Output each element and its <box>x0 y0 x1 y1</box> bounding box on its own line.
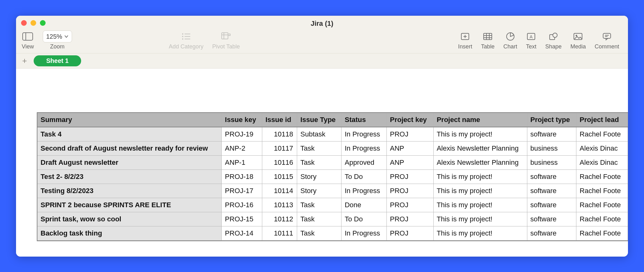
col-project-key[interactable]: Project key <box>386 113 433 127</box>
spreadsheet-canvas[interactable]: Summary Issue key Issue id Issue Type St… <box>16 69 628 257</box>
maximize-window-button[interactable] <box>40 20 46 26</box>
cell-issue-id[interactable]: 10113 <box>262 198 297 212</box>
comment-button[interactable]: Comment <box>595 30 619 50</box>
cell-issue-key[interactable]: PROJ-17 <box>222 184 262 198</box>
cell-status[interactable]: Done <box>341 198 387 212</box>
col-status[interactable]: Status <box>341 113 387 127</box>
cell-summary[interactable]: Task 4 <box>37 127 222 141</box>
cell-issue-type[interactable]: Task <box>297 198 341 212</box>
cell-project-type[interactable]: software <box>527 184 576 198</box>
cell-project-key[interactable]: PROJ <box>386 198 433 212</box>
cell-summary[interactable]: SPRINT 2 because SPRINTS ARE ELITE <box>37 198 222 212</box>
cell-issue-type[interactable]: Task <box>297 141 341 155</box>
table-row[interactable]: Second draft of August newsletter ready … <box>37 141 628 155</box>
cell-project-type[interactable]: business <box>527 141 576 155</box>
table-row[interactable]: Task 4PROJ-1910118SubtaskIn ProgressPROJ… <box>37 127 628 141</box>
cell-project-key[interactable]: PROJ <box>386 226 433 240</box>
cell-summary[interactable]: Draft August newsletter <box>37 155 222 169</box>
cell-issue-key[interactable]: PROJ-19 <box>222 127 262 141</box>
col-project-lead[interactable]: Project lead <box>576 113 628 127</box>
table-row[interactable]: Sprint task, wow so coolPROJ-1510112Task… <box>37 212 628 226</box>
col-summary[interactable]: Summary <box>37 113 222 127</box>
cell-project-name[interactable]: This is my project! <box>433 127 527 141</box>
text-button[interactable]: A Text <box>526 30 536 50</box>
table-row[interactable]: Test 2- 8/2/23PROJ-1810115StoryTo DoPROJ… <box>37 169 628 184</box>
view-button[interactable]: View <box>22 30 34 50</box>
col-issue-type[interactable]: Issue Type <box>297 113 341 127</box>
cell-issue-type[interactable]: Story <box>297 184 341 198</box>
cell-summary[interactable]: Test 2- 8/2/23 <box>37 169 222 184</box>
cell-project-key[interactable]: ANP <box>386 155 433 169</box>
cell-issue-id[interactable]: 10114 <box>262 184 297 198</box>
zoom-control[interactable]: 125% Zoom <box>43 30 72 50</box>
sheet-tab-active[interactable]: Sheet 1 <box>34 55 81 66</box>
col-project-type[interactable]: Project type <box>527 113 576 127</box>
cell-status[interactable]: To Do <box>341 169 387 184</box>
cell-issue-type[interactable]: Task <box>297 226 341 240</box>
cell-project-lead[interactable]: Rachel Foote <box>576 226 628 240</box>
close-window-button[interactable] <box>21 20 27 26</box>
cell-status[interactable]: To Do <box>341 212 387 226</box>
cell-project-name[interactable]: Alexis Newsletter Planning <box>433 155 527 169</box>
cell-project-key[interactable]: PROJ <box>386 127 433 141</box>
col-issue-key[interactable]: Issue key <box>222 113 262 127</box>
cell-issue-key[interactable]: PROJ-15 <box>222 212 262 226</box>
cell-project-lead[interactable]: Alexis Dinac <box>576 141 628 155</box>
cell-project-name[interactable]: This is my project! <box>433 226 527 240</box>
table-row[interactable]: Draft August newsletterANP-110116TaskApp… <box>37 155 628 169</box>
cell-issue-id[interactable]: 10115 <box>262 169 297 184</box>
cell-project-name[interactable]: This is my project! <box>433 212 527 226</box>
table-row[interactable]: SPRINT 2 because SPRINTS ARE ELITEPROJ-1… <box>37 198 628 212</box>
cell-project-type[interactable]: software <box>527 212 576 226</box>
cell-project-key[interactable]: PROJ <box>386 169 433 184</box>
cell-project-lead[interactable]: Alexis Dinac <box>576 155 628 169</box>
shape-button[interactable]: Shape <box>545 30 562 50</box>
cell-project-name[interactable]: Alexis Newsletter Planning <box>433 141 527 155</box>
table-row[interactable]: Backlog task thingPROJ-1410111TaskIn Pro… <box>37 226 628 240</box>
cell-status[interactable]: In Progress <box>341 184 387 198</box>
cell-project-key[interactable]: PROJ <box>386 212 433 226</box>
chart-button[interactable]: Chart <box>503 30 517 50</box>
cell-issue-id[interactable]: 10111 <box>262 226 297 240</box>
cell-issue-type[interactable]: Story <box>297 169 341 184</box>
cell-issue-key[interactable]: PROJ-14 <box>222 226 262 240</box>
cell-issue-type[interactable]: Task <box>297 155 341 169</box>
cell-project-lead[interactable]: Rachel Foote <box>576 184 628 198</box>
cell-status[interactable]: In Progress <box>341 127 387 141</box>
cell-project-lead[interactable]: Rachel Foote <box>576 198 628 212</box>
data-table[interactable]: Summary Issue key Issue id Issue Type St… <box>37 113 628 241</box>
cell-summary[interactable]: Backlog task thing <box>37 226 222 240</box>
cell-issue-key[interactable]: ANP-1 <box>222 155 262 169</box>
cell-project-name[interactable]: This is my project! <box>433 198 527 212</box>
cell-issue-type[interactable]: Task <box>297 212 341 226</box>
cell-issue-id[interactable]: 10117 <box>262 141 297 155</box>
add-sheet-button[interactable]: + <box>20 56 29 66</box>
cell-project-lead[interactable]: Rachel Foote <box>576 127 628 141</box>
cell-project-type[interactable]: software <box>527 127 576 141</box>
cell-issue-key[interactable]: ANP-2 <box>222 141 262 155</box>
zoom-dropdown[interactable]: 125% <box>43 31 72 42</box>
cell-project-lead[interactable]: Rachel Foote <box>576 169 628 184</box>
cell-issue-type[interactable]: Subtask <box>297 127 341 141</box>
table-button[interactable]: Table <box>481 30 495 50</box>
minimize-window-button[interactable] <box>31 20 36 26</box>
cell-summary[interactable]: Sprint task, wow so cool <box>37 212 222 226</box>
cell-status[interactable]: Approved <box>341 155 387 169</box>
cell-issue-key[interactable]: PROJ-16 <box>222 198 262 212</box>
cell-project-key[interactable]: PROJ <box>386 184 433 198</box>
cell-project-lead[interactable]: Rachel Foote <box>576 212 628 226</box>
cell-project-type[interactable]: software <box>527 169 576 184</box>
cell-issue-key[interactable]: PROJ-18 <box>222 169 262 184</box>
cell-status[interactable]: In Progress <box>341 141 387 155</box>
table-row[interactable]: Testing 8/2/2023PROJ-1710114StoryIn Prog… <box>37 184 628 198</box>
media-button[interactable]: Media <box>570 30 586 50</box>
cell-summary[interactable]: Testing 8/2/2023 <box>37 184 222 198</box>
cell-summary[interactable]: Second draft of August newsletter ready … <box>37 141 222 155</box>
cell-project-name[interactable]: This is my project! <box>433 169 527 184</box>
col-issue-id[interactable]: Issue id <box>262 113 297 127</box>
cell-issue-id[interactable]: 10112 <box>262 212 297 226</box>
cell-project-name[interactable]: This is my project! <box>433 184 527 198</box>
cell-issue-id[interactable]: 10118 <box>262 127 297 141</box>
insert-button[interactable]: Insert <box>458 30 472 50</box>
cell-issue-id[interactable]: 10116 <box>262 155 297 169</box>
